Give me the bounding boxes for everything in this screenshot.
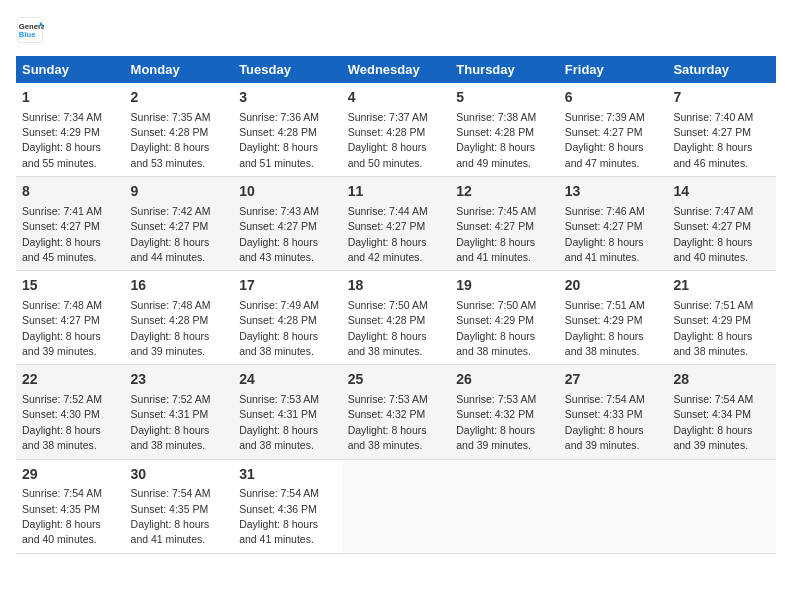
day-number: 17 [239,276,336,296]
day-cell: 11 Sunrise: 7:44 AMSunset: 4:27 PMDaylig… [342,177,451,271]
header-sunday: Sunday [16,56,125,83]
day-number: 6 [565,88,662,108]
day-number: 23 [131,370,228,390]
header-wednesday: Wednesday [342,56,451,83]
day-info: Sunrise: 7:34 AMSunset: 4:29 PMDaylight:… [22,111,102,169]
week-row-5: 29 Sunrise: 7:54 AMSunset: 4:35 PMDaylig… [16,459,776,553]
day-info: Sunrise: 7:51 AMSunset: 4:29 PMDaylight:… [565,299,645,357]
day-info: Sunrise: 7:47 AMSunset: 4:27 PMDaylight:… [673,205,753,263]
week-row-1: 1 Sunrise: 7:34 AMSunset: 4:29 PMDayligh… [16,83,776,177]
day-info: Sunrise: 7:46 AMSunset: 4:27 PMDaylight:… [565,205,645,263]
day-number: 4 [348,88,445,108]
day-cell: 9 Sunrise: 7:42 AMSunset: 4:27 PMDayligh… [125,177,234,271]
day-cell: 6 Sunrise: 7:39 AMSunset: 4:27 PMDayligh… [559,83,668,177]
day-number: 28 [673,370,770,390]
day-cell: 12 Sunrise: 7:45 AMSunset: 4:27 PMDaylig… [450,177,559,271]
day-cell: 17 Sunrise: 7:49 AMSunset: 4:28 PMDaylig… [233,271,342,365]
day-info: Sunrise: 7:54 AMSunset: 4:36 PMDaylight:… [239,487,319,545]
day-cell: 22 Sunrise: 7:52 AMSunset: 4:30 PMDaylig… [16,365,125,459]
day-cell: 5 Sunrise: 7:38 AMSunset: 4:28 PMDayligh… [450,83,559,177]
day-info: Sunrise: 7:40 AMSunset: 4:27 PMDaylight:… [673,111,753,169]
day-cell: 20 Sunrise: 7:51 AMSunset: 4:29 PMDaylig… [559,271,668,365]
day-cell: 31 Sunrise: 7:54 AMSunset: 4:36 PMDaylig… [233,459,342,553]
day-number: 14 [673,182,770,202]
day-cell: 8 Sunrise: 7:41 AMSunset: 4:27 PMDayligh… [16,177,125,271]
header-thursday: Thursday [450,56,559,83]
day-number: 3 [239,88,336,108]
day-cell: 29 Sunrise: 7:54 AMSunset: 4:35 PMDaylig… [16,459,125,553]
week-row-2: 8 Sunrise: 7:41 AMSunset: 4:27 PMDayligh… [16,177,776,271]
day-cell: 26 Sunrise: 7:53 AMSunset: 4:32 PMDaylig… [450,365,559,459]
day-number: 1 [22,88,119,108]
day-info: Sunrise: 7:37 AMSunset: 4:28 PMDaylight:… [348,111,428,169]
day-cell: 15 Sunrise: 7:48 AMSunset: 4:27 PMDaylig… [16,271,125,365]
day-number: 16 [131,276,228,296]
day-number: 24 [239,370,336,390]
logo: General Blue [16,16,48,44]
day-cell: 24 Sunrise: 7:53 AMSunset: 4:31 PMDaylig… [233,365,342,459]
day-info: Sunrise: 7:54 AMSunset: 4:33 PMDaylight:… [565,393,645,451]
day-info: Sunrise: 7:38 AMSunset: 4:28 PMDaylight:… [456,111,536,169]
day-cell: 23 Sunrise: 7:52 AMSunset: 4:31 PMDaylig… [125,365,234,459]
day-info: Sunrise: 7:54 AMSunset: 4:35 PMDaylight:… [131,487,211,545]
day-cell: 19 Sunrise: 7:50 AMSunset: 4:29 PMDaylig… [450,271,559,365]
day-number: 8 [22,182,119,202]
day-cell [667,459,776,553]
day-cell: 18 Sunrise: 7:50 AMSunset: 4:28 PMDaylig… [342,271,451,365]
day-number: 30 [131,465,228,485]
day-cell: 21 Sunrise: 7:51 AMSunset: 4:29 PMDaylig… [667,271,776,365]
day-info: Sunrise: 7:48 AMSunset: 4:27 PMDaylight:… [22,299,102,357]
day-cell [450,459,559,553]
day-number: 18 [348,276,445,296]
calendar-table: SundayMondayTuesdayWednesdayThursdayFrid… [16,56,776,554]
logo-icon: General Blue [16,16,44,44]
day-cell: 7 Sunrise: 7:40 AMSunset: 4:27 PMDayligh… [667,83,776,177]
day-number: 10 [239,182,336,202]
day-cell: 3 Sunrise: 7:36 AMSunset: 4:28 PMDayligh… [233,83,342,177]
week-row-3: 15 Sunrise: 7:48 AMSunset: 4:27 PMDaylig… [16,271,776,365]
calendar-header-row: SundayMondayTuesdayWednesdayThursdayFrid… [16,56,776,83]
day-number: 20 [565,276,662,296]
day-cell [559,459,668,553]
day-info: Sunrise: 7:42 AMSunset: 4:27 PMDaylight:… [131,205,211,263]
day-info: Sunrise: 7:54 AMSunset: 4:35 PMDaylight:… [22,487,102,545]
day-cell: 1 Sunrise: 7:34 AMSunset: 4:29 PMDayligh… [16,83,125,177]
svg-text:Blue: Blue [19,30,36,39]
day-info: Sunrise: 7:48 AMSunset: 4:28 PMDaylight:… [131,299,211,357]
day-info: Sunrise: 7:50 AMSunset: 4:29 PMDaylight:… [456,299,536,357]
day-info: Sunrise: 7:53 AMSunset: 4:31 PMDaylight:… [239,393,319,451]
day-info: Sunrise: 7:41 AMSunset: 4:27 PMDaylight:… [22,205,102,263]
day-number: 2 [131,88,228,108]
day-cell: 28 Sunrise: 7:54 AMSunset: 4:34 PMDaylig… [667,365,776,459]
day-cell: 16 Sunrise: 7:48 AMSunset: 4:28 PMDaylig… [125,271,234,365]
day-number: 22 [22,370,119,390]
day-info: Sunrise: 7:44 AMSunset: 4:27 PMDaylight:… [348,205,428,263]
day-cell [342,459,451,553]
day-cell: 25 Sunrise: 7:53 AMSunset: 4:32 PMDaylig… [342,365,451,459]
day-number: 27 [565,370,662,390]
day-number: 12 [456,182,553,202]
day-cell: 2 Sunrise: 7:35 AMSunset: 4:28 PMDayligh… [125,83,234,177]
day-number: 26 [456,370,553,390]
day-info: Sunrise: 7:51 AMSunset: 4:29 PMDaylight:… [673,299,753,357]
day-number: 21 [673,276,770,296]
day-info: Sunrise: 7:53 AMSunset: 4:32 PMDaylight:… [456,393,536,451]
day-number: 7 [673,88,770,108]
day-info: Sunrise: 7:35 AMSunset: 4:28 PMDaylight:… [131,111,211,169]
day-number: 9 [131,182,228,202]
week-row-4: 22 Sunrise: 7:52 AMSunset: 4:30 PMDaylig… [16,365,776,459]
day-info: Sunrise: 7:36 AMSunset: 4:28 PMDaylight:… [239,111,319,169]
day-number: 19 [456,276,553,296]
day-cell: 14 Sunrise: 7:47 AMSunset: 4:27 PMDaylig… [667,177,776,271]
header-tuesday: Tuesday [233,56,342,83]
day-number: 29 [22,465,119,485]
day-number: 15 [22,276,119,296]
day-number: 5 [456,88,553,108]
header-friday: Friday [559,56,668,83]
day-number: 13 [565,182,662,202]
day-info: Sunrise: 7:43 AMSunset: 4:27 PMDaylight:… [239,205,319,263]
day-info: Sunrise: 7:39 AMSunset: 4:27 PMDaylight:… [565,111,645,169]
page-header: General Blue [16,16,776,44]
day-info: Sunrise: 7:52 AMSunset: 4:31 PMDaylight:… [131,393,211,451]
header-monday: Monday [125,56,234,83]
